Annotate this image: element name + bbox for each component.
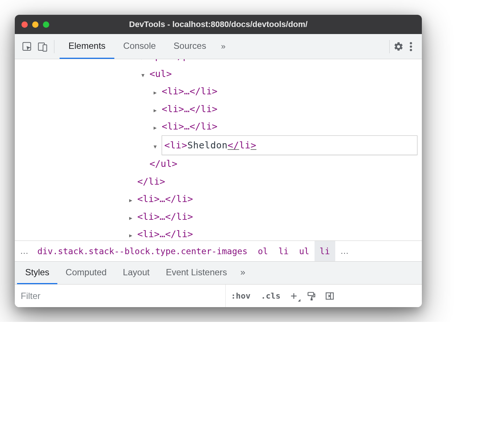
dom-node-li[interactable]: <li>…</li>: [129, 225, 417, 241]
more-options-icon[interactable]: [407, 41, 417, 52]
close-window-button[interactable]: [21, 21, 28, 28]
traffic-lights: [21, 21, 49, 28]
dom-node-ul[interactable]: <ul>: [141, 65, 417, 83]
breadcrumb-more-right[interactable]: …: [335, 241, 353, 261]
devtools-window: DevTools - localhost:8080/docs/devtools/…: [15, 15, 422, 307]
dom-node-li[interactable]: <li>…</li>: [129, 190, 417, 208]
styles-filter-bar: :hov .cls: [15, 284, 422, 307]
panel-tabs: Elements Console Sources »: [60, 34, 225, 59]
dom-node-li-close[interactable]: </li>: [129, 173, 417, 191]
tab-console[interactable]: Console: [114, 34, 165, 59]
breadcrumb-div[interactable]: div.stack.stack--block.type.center-image…: [32, 241, 253, 261]
svg-point-4: [410, 45, 412, 47]
breadcrumb-ul[interactable]: ul: [294, 241, 315, 261]
inspect-element-icon[interactable]: [19, 39, 35, 54]
html-edit-input[interactable]: <li>Sheldon</li>: [162, 135, 417, 155]
hover-toggle[interactable]: :hov: [226, 291, 256, 300]
breadcrumb-ol[interactable]: ol: [253, 241, 273, 261]
breadcrumb-li-selected[interactable]: li: [315, 241, 335, 261]
tab-event-listeners[interactable]: Event Listeners: [158, 262, 235, 284]
svg-rect-2: [43, 45, 47, 51]
maximize-window-button[interactable]: [43, 21, 49, 28]
breadcrumb-li[interactable]: li: [273, 241, 294, 261]
minimize-window-button[interactable]: [32, 21, 38, 28]
dom-node-li[interactable]: <li>…</li>: [154, 83, 417, 100]
dom-node-li-editing[interactable]: <li>Sheldon</li>: [154, 135, 417, 155]
settings-icon[interactable]: [393, 41, 404, 52]
device-toggle-icon[interactable]: [35, 39, 50, 54]
more-styles-tabs[interactable]: »: [235, 262, 251, 284]
styles-panel-tabs: Styles Computed Layout Event Listeners »: [15, 261, 422, 284]
panel-layout-icon[interactable]: [320, 291, 339, 301]
breadcrumb-bar: … div.stack.stack--block.type.center-ima…: [15, 241, 422, 261]
tab-elements[interactable]: Elements: [60, 34, 114, 59]
expand-arrow[interactable]: [154, 137, 162, 154]
separator: [389, 40, 390, 53]
dom-node-li[interactable]: <li>…</li>: [154, 118, 417, 135]
tab-styles[interactable]: Styles: [17, 262, 57, 284]
main-toolbar: Elements Console Sources »: [15, 34, 422, 59]
dom-node-li[interactable]: <li>…</li>: [154, 100, 417, 118]
dom-node-p[interactable]: <p>…</p>: [141, 59, 417, 65]
titlebar: DevTools - localhost:8080/docs/devtools/…: [15, 15, 422, 34]
cls-toggle[interactable]: .cls: [256, 291, 286, 300]
tab-computed[interactable]: Computed: [57, 262, 115, 284]
more-tabs-button[interactable]: »: [221, 42, 225, 51]
svg-rect-9: [311, 299, 312, 300]
styles-filter-input[interactable]: [15, 285, 226, 307]
tab-sources[interactable]: Sources: [165, 34, 215, 59]
dom-tree[interactable]: <p>…</p> <ul> <li>…</li> <li>…</li> <li>…: [15, 59, 422, 241]
dom-node-li[interactable]: <li>…</li>: [129, 208, 417, 226]
new-style-rule-icon[interactable]: [286, 292, 302, 300]
window-title: DevTools - localhost:8080/docs/devtools/…: [129, 20, 308, 29]
tab-layout[interactable]: Layout: [115, 262, 158, 284]
dom-node-ul-close[interactable]: </ul>: [141, 155, 417, 173]
svg-point-3: [410, 42, 412, 44]
paint-icon[interactable]: [302, 291, 320, 301]
breadcrumb-more-left[interactable]: …: [15, 241, 32, 261]
separator: [54, 40, 54, 53]
svg-rect-8: [308, 292, 313, 296]
svg-point-5: [410, 49, 412, 51]
